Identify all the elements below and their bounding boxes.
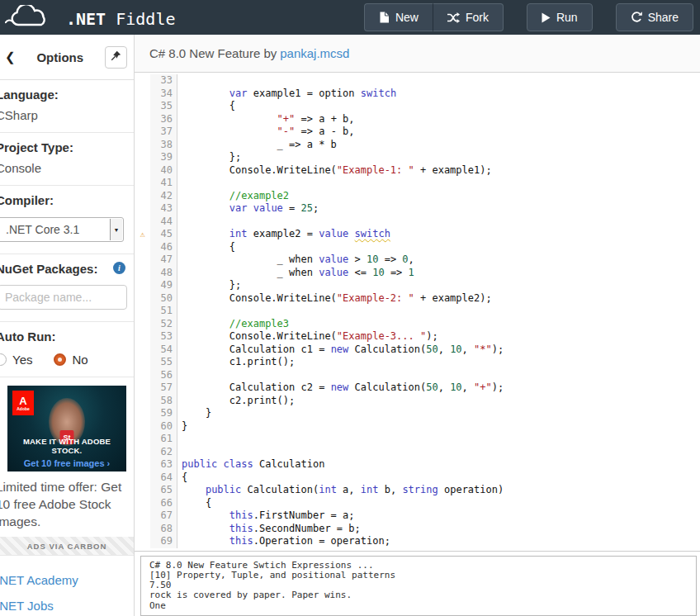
code-line[interactable]: 34 var example1 = option switch	[135, 88, 700, 101]
code-line[interactable]: 43 var value = 25;	[135, 202, 700, 216]
code-text: this.SecondNumber = b;	[177, 523, 361, 536]
code-line[interactable]: 51	[135, 305, 700, 318]
collapse-sidebar-icon[interactable]: ❮	[5, 50, 16, 64]
console-line: One	[149, 601, 688, 611]
code-text: "+" => a + b,	[177, 113, 355, 126]
code-line[interactable]: 44	[135, 216, 700, 229]
code-line[interactable]: 41	[135, 177, 700, 190]
run-button[interactable]: Run	[527, 3, 593, 31]
line-number: 63	[150, 458, 177, 471]
fork-button[interactable]: Fork	[433, 3, 504, 31]
author-link[interactable]: pankaj.mcsd	[280, 46, 349, 60]
pin-icon	[111, 50, 121, 64]
code-text: "-" => a - b,	[177, 126, 355, 139]
marker-gutter	[135, 330, 150, 344]
code-line[interactable]: 37 "-" => a - b,	[135, 126, 700, 139]
code-text: //example3	[177, 318, 289, 331]
dropdown-arrow-icon: ▼	[110, 219, 122, 240]
code-line[interactable]: 57 Calculation c2 = new Calculation(50, …	[135, 381, 700, 395]
fiddle-titlebar: C# 8.0 New Feature by pankaj.mcsd	[135, 35, 700, 73]
project-type-label: Project Type:	[0, 140, 127, 154]
code-line[interactable]: 68 this.SecondNumber = b;	[135, 523, 700, 536]
ad-block: A Adobe St MAKE IT WITH ADOBE STOCK. Get…	[0, 386, 134, 556]
code-line[interactable]: 33	[135, 74, 700, 88]
code-line[interactable]: 64{	[135, 471, 700, 485]
code-line[interactable]: 58 c2.print();	[135, 395, 700, 408]
code-line[interactable]: 56	[135, 369, 700, 382]
code-line[interactable]: 63public class Calculation	[135, 458, 700, 471]
brand[interactable]: .NET Fiddle	[5, 5, 175, 30]
code-line[interactable]: 38 _ => a * b	[135, 139, 700, 152]
line-number: 62	[150, 446, 177, 459]
marker-gutter	[135, 509, 150, 523]
line-number: 39	[150, 151, 177, 164]
code-text: };	[177, 279, 241, 292]
ad-caption[interactable]: Limited time offer: Get 10 free Adobe St…	[0, 471, 134, 537]
marker-gutter	[135, 407, 150, 420]
share-button[interactable]: Share	[616, 3, 693, 31]
marker-gutter	[135, 318, 150, 331]
code-line[interactable]: 50 Console.WriteLine("Example-2: " + exa…	[135, 292, 700, 306]
ad-cta-link[interactable]: Get 10 free images ›	[7, 458, 126, 468]
warning-icon[interactable]: ⚠	[135, 228, 150, 241]
code-line[interactable]: ⚠45 int example2 = value switch	[135, 228, 700, 241]
project-type-section: Project Type: Console	[0, 133, 134, 186]
code-text	[177, 305, 182, 318]
line-number: 55	[150, 356, 177, 369]
code-line[interactable]: 35 {	[135, 100, 700, 113]
line-number: 51	[150, 305, 177, 318]
line-number: 47	[150, 254, 177, 267]
code-line[interactable]: 60}	[135, 420, 700, 434]
marker-gutter	[135, 471, 150, 485]
new-button[interactable]: New	[364, 3, 433, 31]
code-line[interactable]: 67 this.FirstNumber = a;	[135, 509, 700, 523]
code-line[interactable]: 55 c1.print();	[135, 356, 700, 369]
code-text: Console.WriteLine("Example-3... ");	[177, 330, 438, 344]
code-line[interactable]: 65 public Calculation(int a, int b, stri…	[135, 484, 700, 497]
marker-gutter	[135, 484, 150, 497]
nuget-package-input[interactable]	[0, 285, 127, 310]
auto-run-yes-radio[interactable]: Yes	[0, 353, 32, 367]
code-line[interactable]: 62	[135, 446, 700, 459]
code-line[interactable]: 48 _ when value <= 10 => 1	[135, 267, 700, 280]
code-text: _ when value <= 10 => 1	[177, 267, 414, 280]
ad-image[interactable]: A Adobe St MAKE IT WITH ADOBE STOCK. Get…	[7, 386, 126, 471]
code-line[interactable]: 40 Console.WriteLine("Example-1: " + exa…	[135, 164, 700, 178]
code-text	[177, 433, 182, 446]
sidebar-link[interactable]: .NET Jobs	[0, 593, 134, 616]
compiler-select[interactable]: .NET Core 3.1 ▼	[0, 217, 124, 242]
code-line[interactable]: 69 this.Operation = operation;	[135, 535, 700, 548]
code-line[interactable]: 61	[135, 433, 700, 446]
code-line[interactable]: 42 //example2	[135, 190, 700, 203]
code-line[interactable]: 39 };	[135, 151, 700, 164]
marker-gutter	[135, 369, 150, 382]
auto-run-no-radio[interactable]: No	[54, 353, 88, 367]
code-text	[177, 369, 182, 382]
code-editor[interactable]: 3334 var example1 = option switch35 {36 …	[135, 73, 700, 551]
code-line[interactable]: 36 "+" => a + b,	[135, 113, 700, 126]
top-navbar: .NET Fiddle New Fork	[0, 0, 700, 35]
code-text: this.Operation = operation;	[177, 535, 390, 548]
marker-gutter	[135, 497, 150, 510]
marker-gutter	[135, 395, 150, 408]
line-number: 34	[150, 88, 177, 101]
sidebar-link[interactable]: .NET Academy	[0, 567, 134, 593]
code-line[interactable]: 54 Calculation c1 = new Calculation(50, …	[135, 344, 700, 357]
code-line[interactable]: 59 }	[135, 407, 700, 420]
code-line[interactable]: 49 };	[135, 279, 700, 292]
code-line[interactable]: 66 {	[135, 497, 700, 510]
line-number: 60	[150, 420, 177, 434]
code-line[interactable]: 47 _ when value > 10 => 0,	[135, 254, 700, 267]
code-text: public Calculation(int a, int b, string …	[177, 484, 504, 497]
options-sidebar: ❮ Options Language: CSharp Project Type:…	[0, 35, 135, 616]
code-line[interactable]: 52 //example3	[135, 318, 700, 331]
code-line[interactable]: 53 Console.WriteLine("Example-3... ");	[135, 330, 700, 344]
nuget-info-icon[interactable]: i	[113, 262, 125, 274]
code-line[interactable]: 46 {	[135, 241, 700, 254]
radio-label: No	[72, 353, 88, 367]
ads-via-carbon[interactable]: ADS VIA CARBON	[0, 537, 134, 555]
pin-button[interactable]	[105, 46, 127, 69]
code-text: _ => a * b	[177, 139, 337, 152]
auto-run-section: Auto Run: YesNo	[0, 322, 134, 377]
code-text: Console.WriteLine("Example-2: " + exampl…	[177, 292, 492, 306]
